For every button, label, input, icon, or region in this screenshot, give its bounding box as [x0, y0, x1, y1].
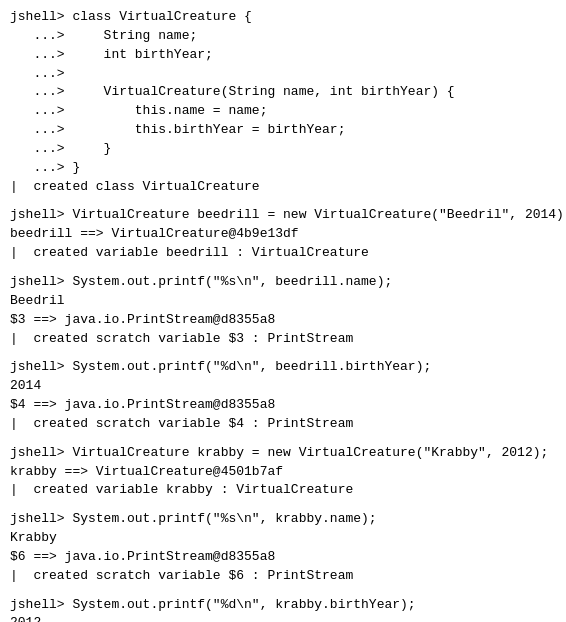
output-line: beedrill ==> VirtualCreature@4b9e13df [10, 225, 556, 244]
pipe-output-line: | created variable krabby : VirtualCreat… [10, 481, 556, 500]
output-line: 2012 [10, 614, 556, 622]
blank-line [10, 348, 556, 358]
blank-line [10, 586, 556, 596]
pipe-output-line: | created scratch variable $3 : PrintStr… [10, 330, 556, 349]
input-line: jshell> System.out.printf("%d\n", beedri… [10, 358, 556, 377]
output-line: krabby ==> VirtualCreature@4501b7af [10, 463, 556, 482]
output-line: Beedril [10, 292, 556, 311]
pipe-output-line: | created scratch variable $6 : PrintStr… [10, 567, 556, 586]
output-line: ...> } [10, 140, 556, 159]
output-line: ...> } [10, 159, 556, 178]
output-line: ...> int birthYear; [10, 46, 556, 65]
pipe-output-line: | created variable beedrill : VirtualCre… [10, 244, 556, 263]
output-line: ...> [10, 65, 556, 84]
input-line: jshell> VirtualCreature beedrill = new V… [10, 206, 556, 225]
output-line: ...> this.birthYear = birthYear; [10, 121, 556, 140]
input-line: jshell> System.out.printf("%d\n", krabby… [10, 596, 556, 615]
pipe-output-line: | created class VirtualCreature [10, 178, 556, 197]
input-line: jshell> System.out.printf("%s\n", beedri… [10, 273, 556, 292]
blank-line [10, 434, 556, 444]
input-line: jshell> class VirtualCreature { [10, 8, 556, 27]
terminal-output: jshell> class VirtualCreature { ...> Str… [10, 8, 556, 622]
output-line: ...> String name; [10, 27, 556, 46]
output-line: $4 ==> java.io.PrintStream@d8355a8 [10, 396, 556, 415]
input-line: jshell> System.out.printf("%s\n", krabby… [10, 510, 556, 529]
input-line: jshell> VirtualCreature krabby = new Vir… [10, 444, 556, 463]
output-line: ...> VirtualCreature(String name, int bi… [10, 83, 556, 102]
blank-line [10, 500, 556, 510]
output-line: ...> this.name = name; [10, 102, 556, 121]
pipe-output-line: | created scratch variable $4 : PrintStr… [10, 415, 556, 434]
blank-line [10, 196, 556, 206]
output-line: $6 ==> java.io.PrintStream@d8355a8 [10, 548, 556, 567]
output-line: 2014 [10, 377, 556, 396]
output-line: Krabby [10, 529, 556, 548]
blank-line [10, 263, 556, 273]
output-line: $3 ==> java.io.PrintStream@d8355a8 [10, 311, 556, 330]
